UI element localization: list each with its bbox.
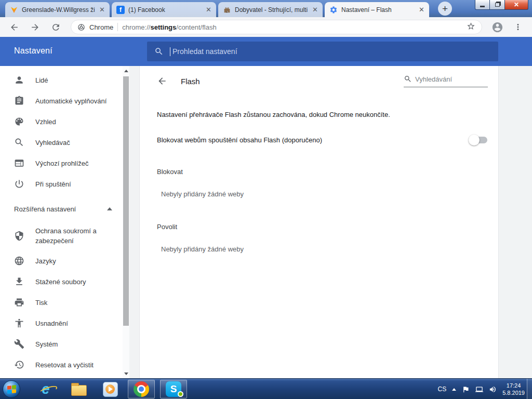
windows-taskbar: e S CS 17:24 5.8.2019 xyxy=(0,378,532,399)
minimize-button[interactable] xyxy=(475,0,490,10)
skype-presence-dot xyxy=(178,391,183,397)
star-icon xyxy=(467,22,475,31)
tab-title: (1) Facebook xyxy=(128,6,202,14)
sidebar-item-reset[interactable]: Resetovat a vyčistit xyxy=(0,354,123,375)
clipboard-icon xyxy=(14,96,24,106)
hidden-icons-button[interactable] xyxy=(452,388,456,391)
globe-icon xyxy=(14,256,24,266)
close-tab-icon[interactable]: ✕ xyxy=(312,6,318,13)
network-icon[interactable] xyxy=(475,385,483,393)
sidebar-item-default-browser[interactable]: Výchozí prohlížeč xyxy=(0,153,123,174)
page-background xyxy=(499,66,532,378)
page-title: Flash xyxy=(181,77,200,86)
sidebar-item-languages[interactable]: Jazyky xyxy=(0,250,123,271)
browser-menu-button[interactable] xyxy=(509,20,527,34)
sidebar-item-startup[interactable]: Při spuštění xyxy=(0,174,123,194)
settings-search-input[interactable]: Prohledat nastavení xyxy=(147,42,498,61)
internet-explorer-icon: e xyxy=(42,382,49,396)
scrollbar-thumb[interactable] xyxy=(123,76,129,326)
tab-dobyvatel[interactable]: Dobyvatel - Strhující, multi ✕ xyxy=(218,2,323,17)
settings-header: Nastavení Prohledat nastavení xyxy=(0,37,532,66)
page-gutter xyxy=(129,66,139,378)
back-button[interactable] xyxy=(5,20,23,34)
download-icon xyxy=(14,276,24,287)
site-search-input[interactable]: Vyhledávání xyxy=(404,75,488,87)
site-search-placeholder: Vyhledávání xyxy=(415,75,452,83)
tab-title: Dobyvatel - Strhující, multi xyxy=(235,6,309,14)
person-icon xyxy=(14,75,24,85)
power-icon xyxy=(14,179,24,189)
omnibox-separator xyxy=(117,23,118,31)
sidebar-advanced-toggle[interactable]: Rozšířená nastavení xyxy=(0,198,123,219)
taskbar-skype[interactable]: S xyxy=(160,380,187,398)
sidebar-item-autofill[interactable]: Automatické vyplňování xyxy=(0,90,123,111)
sidebar-item-search-engine[interactable]: Vyhledávač xyxy=(0,132,123,153)
action-center-flag-icon[interactable] xyxy=(462,385,470,393)
page-scrollbar[interactable] xyxy=(123,66,129,378)
folder-icon xyxy=(71,385,87,396)
reload-button[interactable] xyxy=(47,20,64,34)
taskbar-file-explorer[interactable] xyxy=(65,380,92,398)
settings-page: Lidé Automatické vyplňování Vzhled Vyhle… xyxy=(0,66,532,378)
scroll-up-button[interactable] xyxy=(123,67,129,74)
allow-empty-state: Nebyly přidány žádné weby xyxy=(161,245,481,253)
printer-icon xyxy=(14,297,24,308)
forward-button[interactable] xyxy=(26,20,44,34)
sidebar-item-appearance[interactable]: Vzhled xyxy=(0,111,123,132)
back-to-content-button[interactable] xyxy=(157,76,167,86)
avatar-icon xyxy=(491,21,503,33)
three-dots-icon xyxy=(513,22,523,32)
tab-title: Nastavení – Flash xyxy=(341,6,415,14)
browser-toolbar: Chrome chrome://settings/content/flash xyxy=(0,17,532,37)
sidebar-item-privacy[interactable]: Ochrana soukromí a zabezpečení xyxy=(0,221,123,250)
allow-section-title: Povolit xyxy=(157,223,481,231)
sidebar-item-system[interactable]: Systém xyxy=(0,334,123,354)
back-icon xyxy=(9,22,19,32)
tab-settings-flash[interactable]: Nastavení – Flash ✕ xyxy=(325,2,429,17)
address-bar[interactable]: Chrome chrome://settings/content/flash xyxy=(71,20,482,34)
omnibox-url: chrome://settings/content/flash xyxy=(122,23,216,31)
sidebar-item-printing[interactable]: Tisk xyxy=(0,292,123,313)
search-icon xyxy=(154,47,164,56)
scroll-down-button[interactable] xyxy=(123,370,129,377)
profile-avatar-button[interactable] xyxy=(488,20,506,34)
clock-time: 17:24 xyxy=(502,382,525,389)
castle-icon xyxy=(223,6,231,14)
show-desktop-button[interactable] xyxy=(527,379,532,399)
forward-icon xyxy=(30,22,40,32)
magnifier-icon xyxy=(14,137,24,148)
media-player-icon xyxy=(103,382,118,397)
arrow-back-icon xyxy=(157,76,167,86)
close-tab-icon[interactable]: ✕ xyxy=(99,6,105,13)
history-icon xyxy=(14,360,24,370)
start-button[interactable] xyxy=(3,380,20,398)
omnibox-badge: Chrome xyxy=(89,23,113,31)
block-section-title: Blokovat xyxy=(157,168,481,176)
tab-facebook[interactable]: f (1) Facebook ✕ xyxy=(112,2,216,17)
sidebar-item-downloads[interactable]: Stažené soubory xyxy=(0,271,123,292)
settings-title: Nastavení xyxy=(14,46,52,56)
sidebar-item-people[interactable]: Lidé xyxy=(0,70,123,90)
taskbar-clock[interactable]: 17:24 5.8.2019 xyxy=(502,382,525,396)
taskbar-media-player[interactable] xyxy=(97,380,124,398)
wrench-icon xyxy=(14,339,24,349)
flash-settings-card: Flash Vyhledávání Nastavení přehrávače F… xyxy=(139,66,499,378)
system-tray: CS 17:24 5.8.2019 xyxy=(438,379,525,399)
bookmark-star-button[interactable] xyxy=(467,22,475,33)
taskbar-chrome[interactable] xyxy=(128,380,155,398)
toggle-knob xyxy=(469,135,480,145)
close-tab-icon[interactable]: ✕ xyxy=(419,6,424,13)
tab-greenslade[interactable]: Greenslade-W.Willgress ži ✕ xyxy=(5,2,110,17)
close-window-button[interactable]: ✕ xyxy=(504,0,528,10)
flash-block-toggle[interactable] xyxy=(470,137,487,143)
accessibility-icon xyxy=(14,318,24,328)
chrome-badge-icon xyxy=(77,23,85,31)
triangle-down-icon xyxy=(124,373,128,375)
volume-icon[interactable] xyxy=(489,385,497,393)
language-indicator[interactable]: CS xyxy=(438,385,447,393)
new-tab-button[interactable]: + xyxy=(438,2,452,16)
sidebar-item-accessibility[interactable]: Usnadnění xyxy=(0,313,123,334)
taskbar-internet-explorer[interactable]: e xyxy=(32,380,59,398)
close-tab-icon[interactable]: ✕ xyxy=(206,6,211,13)
maximize-button[interactable] xyxy=(490,0,504,10)
